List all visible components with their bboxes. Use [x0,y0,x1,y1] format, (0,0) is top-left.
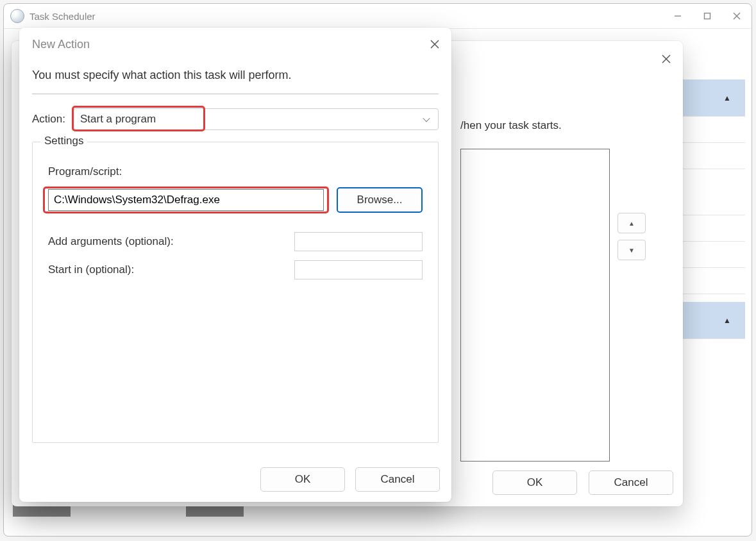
task-scheduler-window: Task Scheduler ▲ ts ▶ ▲ /hen your task s… [3,3,752,537]
move-up-button[interactable]: ▲ [617,213,646,233]
ok-button[interactable]: OK [260,467,345,492]
parent-ok-button[interactable]: OK [492,470,577,495]
parent-dialog-close-button[interactable] [657,50,675,68]
dialog-title: New Action [32,38,90,51]
settings-fieldset: Settings Program/script: Browse... Add a… [32,142,439,443]
action-label: Action: [32,113,65,126]
program-script-label: Program/script: [48,165,423,178]
collapse-arrow-icon: ▲ [723,316,731,325]
action-type-value: Start a program [80,113,156,126]
chevron-down-icon: ▼ [628,247,635,254]
chevron-up-icon: ▲ [628,220,635,227]
svg-rect-1 [705,13,710,19]
cancel-button[interactable]: Cancel [355,467,440,492]
move-down-button[interactable]: ▼ [617,240,646,260]
action-type-select[interactable]: Start a program [73,108,439,130]
collapse-arrow-icon: ▲ [723,94,731,103]
new-action-dialog: New Action You must specify what action … [19,28,451,502]
bottom-tabstrip [13,505,526,518]
app-icon [10,9,24,23]
arguments-input[interactable] [294,232,423,251]
browse-button[interactable]: Browse... [337,187,423,213]
dialog-instruction: You must specify what action this task w… [32,65,439,94]
parent-dialog-hint: /hen your task starts. [460,119,562,132]
start-in-input[interactable] [294,260,423,279]
maximize-button[interactable] [693,4,722,28]
close-button[interactable] [722,4,752,28]
tabstrip-fragment [186,505,244,517]
settings-legend: Settings [40,135,87,147]
minimize-button[interactable] [663,4,693,28]
arguments-label: Add arguments (optional): [48,235,288,248]
titlebar: Task Scheduler [4,4,752,29]
parent-cancel-button[interactable]: Cancel [589,470,673,495]
app-title: Task Scheduler [29,11,96,22]
tabstrip-fragment [13,505,71,517]
program-script-input[interactable] [48,189,324,211]
actions-listbox[interactable] [460,149,610,462]
start-in-label: Start in (optional): [48,263,288,276]
dialog-close-button[interactable] [423,33,446,56]
